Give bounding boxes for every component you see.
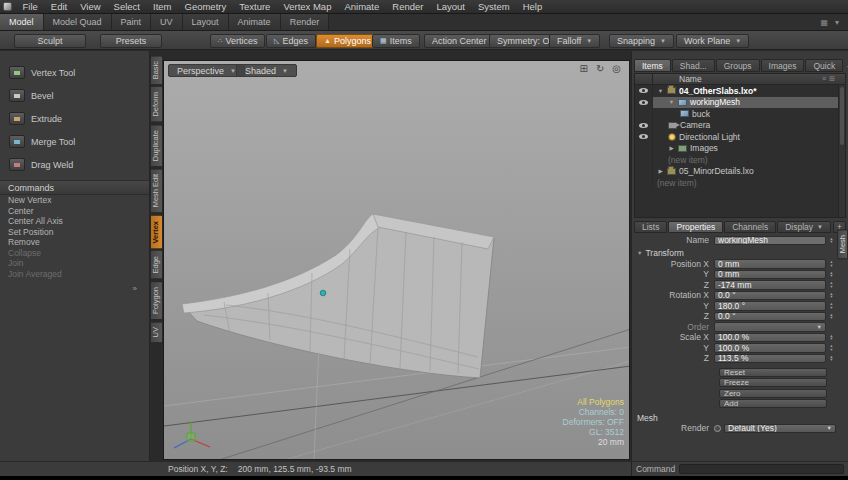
add-button[interactable]: Add bbox=[719, 399, 827, 408]
field-spinner[interactable]: ▴▾ bbox=[827, 344, 836, 351]
tab-edge[interactable]: Edge bbox=[150, 250, 163, 280]
menu-item[interactable]: Item bbox=[147, 0, 178, 13]
command-center[interactable]: Center bbox=[0, 206, 149, 217]
workspace-tab-model-quad[interactable]: Model Quad bbox=[44, 14, 112, 30]
tab-display[interactable]: Display▼ bbox=[777, 221, 831, 233]
pan-icon[interactable]: ⊞ bbox=[579, 63, 587, 74]
sculpt-button[interactable]: Sculpt bbox=[14, 34, 86, 48]
item-row-minor-details[interactable]: ▶ 05_MinorDetails.lxo bbox=[635, 166, 845, 178]
presets-button[interactable]: Presets bbox=[100, 34, 162, 48]
workspace-tab-animate[interactable]: Animate bbox=[229, 14, 281, 30]
menu-system[interactable]: System bbox=[472, 0, 517, 13]
tool-extrude[interactable]: Extrude bbox=[9, 111, 149, 126]
mode-polygons-button[interactable]: ▲ Polygons bbox=[316, 34, 379, 48]
workspace-tab-uv[interactable]: UV bbox=[151, 14, 183, 30]
tab-uv[interactable]: UV bbox=[150, 321, 163, 343]
menu-help[interactable]: Help bbox=[516, 0, 549, 13]
field-spinner[interactable]: ▴▾ bbox=[827, 271, 836, 278]
view-mode-dropdown[interactable]: Perspective▼ bbox=[168, 64, 245, 77]
scale-y-input[interactable]: 100.0 % bbox=[714, 343, 826, 353]
scale-x-input[interactable]: 100.0 % bbox=[714, 333, 826, 343]
eye-icon[interactable] bbox=[639, 88, 648, 93]
layout-switch-icon[interactable]: ▦ bbox=[820, 18, 828, 27]
layout-options-icon[interactable]: ▾ bbox=[835, 18, 839, 27]
item-row-new-item[interactable]: (new item) bbox=[635, 177, 845, 189]
rotation-z-input[interactable]: 0.0 ° bbox=[714, 312, 826, 322]
shading-mode-dropdown[interactable]: Shaded▼ bbox=[236, 64, 297, 77]
tab-vertex[interactable]: Vertex bbox=[150, 215, 163, 250]
tab-groups[interactable]: Groups bbox=[716, 59, 760, 72]
position-z-input[interactable]: -174 mm bbox=[714, 280, 826, 290]
menu-layout[interactable]: Layout bbox=[430, 0, 472, 13]
menu-view[interactable]: View bbox=[74, 0, 107, 13]
workspace-tab-model[interactable]: Model bbox=[0, 14, 44, 30]
rotation-x-input[interactable]: 0.0 ° bbox=[714, 291, 826, 301]
tool-bevel[interactable]: Bevel bbox=[9, 88, 149, 103]
workspace-tab-layout[interactable]: Layout bbox=[183, 14, 229, 30]
item-row-new-item[interactable]: (new item) bbox=[635, 154, 845, 166]
work-plane-dropdown[interactable]: Work Plane▼ bbox=[676, 34, 749, 48]
field-spinner[interactable]: ▴▾ bbox=[827, 292, 836, 299]
tab-polygon[interactable]: Polygon bbox=[150, 281, 163, 320]
menu-geometry[interactable]: Geometry bbox=[178, 0, 233, 13]
tool-vertex-tool[interactable]: Vertex Tool bbox=[9, 65, 149, 80]
render-toggle-icon[interactable] bbox=[714, 425, 721, 432]
tab-lists[interactable]: Lists bbox=[634, 221, 667, 233]
item-row-camera[interactable]: Camera bbox=[635, 120, 845, 132]
field-spinner[interactable]: ▴▾ bbox=[827, 237, 836, 244]
menu-edit[interactable]: Edit bbox=[44, 0, 73, 13]
tree-collapsed-icon[interactable]: ▶ bbox=[668, 145, 675, 151]
scale-z-input[interactable]: 113.5 % bbox=[714, 354, 826, 364]
transform-section-header[interactable]: ▼ Transform bbox=[634, 248, 836, 259]
falloff-dropdown[interactable]: Falloff▼ bbox=[549, 34, 600, 48]
rotate-icon[interactable]: ↻ bbox=[596, 63, 604, 74]
menu-select[interactable]: Select bbox=[107, 0, 146, 13]
menu-vertex-map[interactable]: Vertex Map bbox=[277, 0, 338, 13]
tab-properties[interactable]: Properties bbox=[668, 221, 723, 233]
menu-animate[interactable]: Animate bbox=[338, 0, 386, 13]
menu-file[interactable]: File bbox=[16, 0, 44, 13]
mode-vertices-button[interactable]: ∴ Vertices bbox=[210, 34, 265, 48]
command-input[interactable] bbox=[679, 464, 844, 474]
tab-items[interactable]: Items bbox=[634, 59, 671, 72]
tab-basic[interactable]: Basic bbox=[150, 55, 163, 85]
rotation-y-input[interactable]: 180.0 ° bbox=[714, 301, 826, 311]
eye-icon[interactable] bbox=[639, 134, 648, 139]
item-row-working-mesh[interactable]: ▼ workingMesh bbox=[635, 97, 845, 109]
item-row-directional-light[interactable]: Directional Light bbox=[635, 131, 845, 143]
field-spinner[interactable]: ▴▾ bbox=[827, 355, 836, 362]
tree-expand-icon[interactable]: ▼ bbox=[668, 99, 675, 105]
command-remove[interactable]: Remove bbox=[0, 237, 149, 248]
scrollbar-thumb[interactable] bbox=[840, 87, 844, 145]
reset-button[interactable]: Reset bbox=[719, 368, 827, 377]
mode-items-button[interactable]: ▦ Items bbox=[372, 34, 420, 48]
zoom-icon[interactable]: ◎ bbox=[612, 63, 621, 74]
snapping-dropdown[interactable]: Snapping▼ bbox=[609, 34, 674, 48]
field-spinner[interactable]: ▴▾ bbox=[827, 313, 836, 320]
item-row-buck[interactable]: buck bbox=[635, 108, 845, 120]
tab-mesh-edit[interactable]: Mesh Edit bbox=[150, 168, 163, 213]
field-spinner[interactable]: ▴▾ bbox=[827, 260, 836, 267]
tab-images[interactable]: Images bbox=[761, 59, 805, 72]
workspace-tab-paint[interactable]: Paint bbox=[112, 14, 152, 30]
position-x-input[interactable]: 0 mm bbox=[714, 259, 826, 269]
commands-more-button[interactable]: » bbox=[0, 284, 149, 293]
tab-deform[interactable]: Deform bbox=[150, 86, 163, 123]
tool-drag-weld[interactable]: Drag Weld bbox=[9, 157, 149, 172]
name-input[interactable]: workingMesh bbox=[714, 236, 826, 246]
tab-channels[interactable]: Channels bbox=[724, 221, 776, 233]
tab-quick[interactable]: Quick bbox=[805, 59, 843, 72]
command-set-position[interactable]: Set Position bbox=[0, 227, 149, 238]
tab-duplicate[interactable]: Duplicate bbox=[150, 124, 163, 167]
position-y-input[interactable]: 0 mm bbox=[714, 270, 826, 280]
freeze-button[interactable]: Freeze bbox=[719, 378, 827, 387]
mode-edges-button[interactable]: ◺ Edges bbox=[266, 34, 316, 48]
field-spinner[interactable]: ▴▾ bbox=[827, 302, 836, 309]
zero-button[interactable]: Zero bbox=[719, 389, 827, 398]
command-center-all-axis[interactable]: Center All Axis bbox=[0, 216, 149, 227]
command-new-vertex[interactable]: New Vertex bbox=[0, 195, 149, 206]
tree-collapsed-icon[interactable]: ▶ bbox=[657, 168, 664, 174]
item-row-images[interactable]: ▶ Images bbox=[635, 143, 845, 155]
field-spinner[interactable]: ▴▾ bbox=[827, 281, 836, 288]
eye-icon[interactable] bbox=[639, 100, 648, 105]
